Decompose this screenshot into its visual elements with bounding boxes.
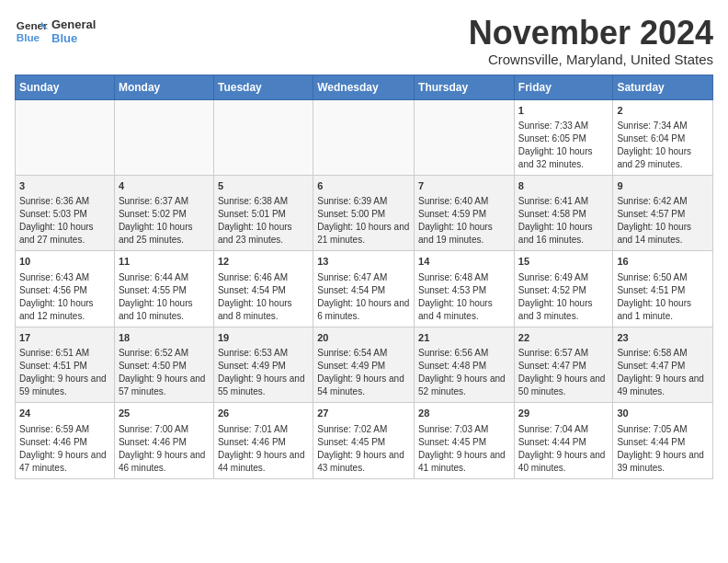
day-info: Sunrise: 6:44 AM <box>119 271 210 284</box>
day-cell: 21Sunrise: 6:56 AMSunset: 4:48 PMDayligh… <box>415 327 515 402</box>
day-info: Sunrise: 6:59 AM <box>19 423 110 436</box>
day-info: Sunset: 6:04 PM <box>617 132 709 145</box>
day-info: Sunrise: 7:00 AM <box>119 423 210 436</box>
day-info: Daylight: 10 hours and 10 minutes. <box>119 297 210 323</box>
day-info: Daylight: 9 hours and 59 minutes. <box>19 373 110 398</box>
day-number: 15 <box>518 255 609 269</box>
day-number: 28 <box>418 407 510 420</box>
day-number: 6 <box>317 179 410 193</box>
day-cell: 22Sunrise: 6:57 AMSunset: 4:47 PMDayligh… <box>514 327 613 402</box>
day-number: 2 <box>617 104 709 118</box>
logo-icon: General Blue <box>15 15 48 48</box>
day-info: Daylight: 10 hours and 19 minutes. <box>418 221 510 247</box>
day-number: 17 <box>19 331 110 345</box>
day-cell: 25Sunrise: 7:00 AMSunset: 4:46 PMDayligh… <box>114 403 213 478</box>
week-row-4: 17Sunrise: 6:51 AMSunset: 4:51 PMDayligh… <box>16 327 713 402</box>
day-info: Sunrise: 6:50 AM <box>617 271 709 284</box>
day-cell: 14Sunrise: 6:48 AMSunset: 4:53 PMDayligh… <box>415 251 515 327</box>
day-number: 16 <box>617 255 709 269</box>
day-number: 13 <box>317 255 410 269</box>
day-info: Sunset: 5:03 PM <box>19 208 110 221</box>
day-info: Sunset: 4:54 PM <box>218 284 309 297</box>
day-info: Sunrise: 7:03 AM <box>418 423 510 436</box>
day-info: Sunrise: 7:33 AM <box>518 120 609 132</box>
day-cell: 4Sunrise: 6:37 AMSunset: 5:02 PMDaylight… <box>114 175 213 250</box>
day-info: Sunrise: 6:49 AM <box>518 271 609 284</box>
day-number: 14 <box>418 255 510 269</box>
day-number: 18 <box>119 331 210 345</box>
day-info: Daylight: 10 hours and 6 minutes. <box>317 297 410 323</box>
day-info: Sunset: 4:47 PM <box>617 360 709 373</box>
header-row: SundayMondayTuesdayWednesdayThursdayFrid… <box>16 75 713 99</box>
day-info: Sunrise: 6:42 AM <box>617 195 709 208</box>
header-monday: Monday <box>114 75 213 99</box>
day-cell: 7Sunrise: 6:40 AMSunset: 4:59 PMDaylight… <box>415 175 515 250</box>
day-info: Sunset: 4:51 PM <box>19 360 110 373</box>
day-info: Sunrise: 6:36 AM <box>19 195 110 208</box>
day-number: 20 <box>317 331 410 345</box>
day-cell: 23Sunrise: 6:58 AMSunset: 4:47 PMDayligh… <box>613 327 713 402</box>
day-info: Daylight: 9 hours and 39 minutes. <box>617 449 709 475</box>
day-cell: 2Sunrise: 7:34 AMSunset: 6:04 PMDaylight… <box>613 99 713 175</box>
day-info: Sunset: 4:46 PM <box>119 436 210 449</box>
day-info: Sunset: 4:51 PM <box>617 284 709 297</box>
day-info: Daylight: 10 hours and 21 minutes. <box>317 221 410 247</box>
day-info: Sunrise: 6:37 AM <box>119 195 210 208</box>
day-number: 27 <box>317 407 410 420</box>
day-info: Sunset: 4:54 PM <box>317 284 410 297</box>
day-number: 21 <box>418 331 510 345</box>
day-info: Daylight: 10 hours and 25 minutes. <box>119 221 210 247</box>
day-info: Sunset: 4:47 PM <box>518 360 609 373</box>
day-info: Sunrise: 6:46 AM <box>218 271 309 284</box>
day-info: Daylight: 9 hours and 55 minutes. <box>218 373 309 398</box>
header-friday: Friday <box>514 75 613 99</box>
day-info: Sunset: 6:05 PM <box>518 132 609 145</box>
day-info: Sunrise: 6:48 AM <box>418 271 510 284</box>
day-cell: 1Sunrise: 7:33 AMSunset: 6:05 PMDaylight… <box>514 99 613 175</box>
day-info: Sunset: 4:46 PM <box>218 436 309 449</box>
day-cell: 12Sunrise: 6:46 AMSunset: 4:54 PMDayligh… <box>213 251 313 327</box>
day-number: 12 <box>218 255 309 269</box>
day-cell: 13Sunrise: 6:47 AMSunset: 4:54 PMDayligh… <box>313 251 415 327</box>
day-info: Sunset: 4:46 PM <box>19 436 110 449</box>
day-info: Sunset: 4:44 PM <box>518 436 609 449</box>
day-info: Sunset: 4:56 PM <box>19 284 110 297</box>
month-title: November 2024 <box>469 15 713 52</box>
day-number: 1 <box>518 104 609 118</box>
day-info: Daylight: 10 hours and 14 minutes. <box>617 221 709 247</box>
day-info: Daylight: 9 hours and 41 minutes. <box>418 449 510 475</box>
day-info: Sunrise: 7:04 AM <box>518 423 609 436</box>
day-number: 4 <box>119 179 210 193</box>
logo: General Blue General Blue <box>15 15 96 48</box>
day-info: Sunset: 4:58 PM <box>518 208 609 221</box>
location-title: Crownsville, Maryland, United States <box>469 52 713 67</box>
day-info: Daylight: 9 hours and 49 minutes. <box>617 373 709 398</box>
day-info: Sunrise: 6:47 AM <box>317 271 410 284</box>
calendar-table: SundayMondayTuesdayWednesdayThursdayFrid… <box>15 75 713 479</box>
header-sunday: Sunday <box>16 75 115 99</box>
title-area: November 2024 Crownsville, Maryland, Uni… <box>469 15 713 67</box>
day-number: 26 <box>218 407 309 420</box>
day-info: Daylight: 9 hours and 43 minutes. <box>317 449 410 475</box>
day-info: Daylight: 9 hours and 54 minutes. <box>317 373 410 398</box>
day-info: Sunrise: 6:43 AM <box>19 271 110 284</box>
day-info: Sunrise: 6:56 AM <box>418 347 510 360</box>
day-cell: 9Sunrise: 6:42 AMSunset: 4:57 PMDaylight… <box>613 175 713 250</box>
day-info: Sunset: 5:02 PM <box>119 208 210 221</box>
day-info: Daylight: 10 hours and 32 minutes. <box>518 145 609 171</box>
day-info: Sunset: 4:44 PM <box>617 436 709 449</box>
day-info: Sunrise: 6:39 AM <box>317 195 410 208</box>
day-cell: 11Sunrise: 6:44 AMSunset: 4:55 PMDayligh… <box>114 251 213 327</box>
day-info: Sunset: 4:53 PM <box>418 284 510 297</box>
header-saturday: Saturday <box>613 75 713 99</box>
day-info: Daylight: 9 hours and 57 minutes. <box>119 373 210 398</box>
day-info: Sunrise: 6:52 AM <box>119 347 210 360</box>
day-cell <box>313 99 415 175</box>
day-info: Sunset: 4:59 PM <box>418 208 510 221</box>
day-info: Sunset: 4:49 PM <box>317 360 410 373</box>
week-row-5: 24Sunrise: 6:59 AMSunset: 4:46 PMDayligh… <box>16 403 713 478</box>
day-number: 8 <box>518 179 609 193</box>
day-info: Daylight: 10 hours and 12 minutes. <box>19 297 110 323</box>
day-cell <box>213 99 313 175</box>
header-tuesday: Tuesday <box>213 75 313 99</box>
